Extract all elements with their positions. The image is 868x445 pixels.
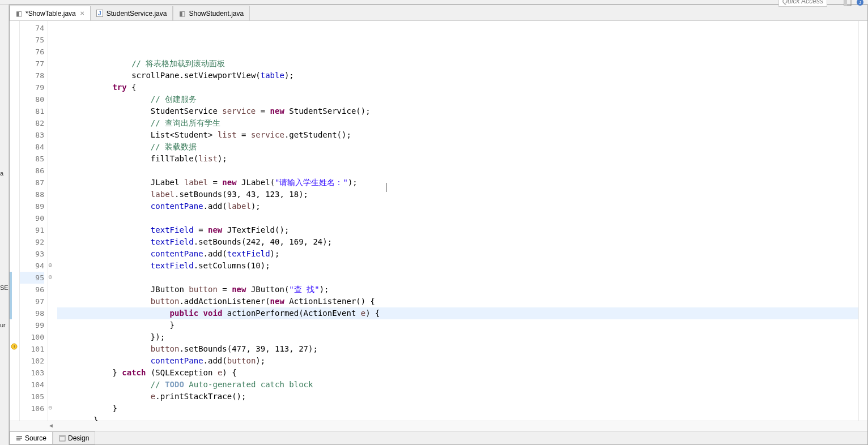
close-icon[interactable]: ✕ bbox=[80, 10, 84, 16]
form-icon bbox=[15, 10, 23, 18]
code-line[interactable]: public void actionPerformed(ActionEvent … bbox=[57, 307, 858, 319]
design-tab-icon bbox=[59, 435, 66, 442]
change-marker bbox=[10, 272, 12, 319]
code-editor-area[interactable]: ! 74757677787980818283848586878889909192… bbox=[10, 21, 867, 421]
code-line[interactable]: contentPane.add(label); bbox=[57, 200, 858, 212]
tab-label: *ShowTable.java bbox=[25, 10, 76, 18]
code-line[interactable]: button.addActionListener(new ActionListe… bbox=[57, 296, 858, 307]
code-line[interactable]: // 创建服务 bbox=[57, 93, 858, 105]
code-line[interactable]: contentPane.add(textField); bbox=[57, 248, 858, 260]
fold-toggle-icon[interactable]: ⊖ bbox=[48, 262, 53, 268]
code-line[interactable]: e.printStackTrace(); bbox=[57, 391, 858, 403]
mode-tab-label: Source bbox=[25, 434, 46, 442]
editor-tabs-bar: *ShowTable.java✕StudentService.javaShowS… bbox=[10, 5, 867, 21]
code-line[interactable]: } catch (SQLException e) { bbox=[57, 367, 858, 379]
svg-text:J: J bbox=[859, 0, 861, 5]
code-line[interactable]: contentPane.add(button); bbox=[57, 355, 858, 367]
horizontal-scrollbar[interactable]: ◄ bbox=[10, 421, 867, 431]
code-line[interactable]: } bbox=[57, 403, 858, 414]
code-line[interactable]: scrollPane.setViewportView(table); bbox=[57, 70, 858, 82]
svg-rect-1 bbox=[844, 0, 847, 6]
editor-mode-tabs: SourceDesign bbox=[10, 431, 867, 444]
mode-tab-source[interactable]: Source bbox=[10, 431, 53, 444]
code-line[interactable]: // 将表格加载到滚动面板 bbox=[57, 58, 858, 70]
form-icon bbox=[178, 10, 186, 18]
code-line[interactable] bbox=[57, 272, 858, 284]
java-icon bbox=[96, 10, 104, 18]
top-toolbar: Quick Access J bbox=[0, 0, 868, 5]
editor-tab-2[interactable]: ShowStudent.java bbox=[173, 6, 250, 20]
svg-rect-7 bbox=[16, 438, 22, 439]
overview-ruler[interactable] bbox=[858, 21, 867, 421]
code-line[interactable]: textField.setColumns(10); bbox=[57, 260, 858, 272]
editor-container: *ShowTable.java✕StudentService.javaShowS… bbox=[9, 5, 868, 445]
code-line[interactable]: JButton button = new JButton("查 找"); bbox=[57, 284, 858, 296]
fold-toggle-icon[interactable]: ⊖ bbox=[48, 405, 53, 410]
code-line[interactable]: textField = new JTextField(); bbox=[57, 224, 858, 236]
quickfix-marker-icon[interactable]: ! bbox=[11, 343, 19, 351]
tab-label: ShowStudent.java bbox=[189, 10, 244, 18]
scroll-left-icon[interactable]: ◄ bbox=[48, 422, 54, 429]
code-line[interactable] bbox=[57, 212, 858, 224]
folding-gutter[interactable]: ⊖⊖⊖ bbox=[48, 21, 55, 421]
mode-tab-label: Design bbox=[68, 434, 89, 442]
code-line[interactable]: fillTable(list); bbox=[57, 153, 858, 165]
clipped-view-a: a bbox=[0, 170, 3, 177]
code-line[interactable]: // TODO Auto-generated catch block bbox=[57, 379, 858, 391]
code-text-area[interactable]: // 将表格加载到滚动面板 scrollPane.setViewportView… bbox=[55, 21, 858, 421]
code-line[interactable]: JLabel label = new JLabel("请输入学生姓名："); bbox=[57, 177, 858, 189]
mode-tab-design[interactable]: Design bbox=[53, 431, 95, 444]
code-line[interactable]: }); bbox=[57, 331, 858, 343]
code-line[interactable]: // 装载数据 bbox=[57, 141, 858, 153]
svg-rect-10 bbox=[59, 435, 65, 437]
code-line[interactable]: List<Student> list = service.getStudent(… bbox=[57, 129, 858, 141]
tab-label: StudentService.java bbox=[107, 10, 167, 18]
code-line[interactable]: StudentService service = new StudentServ… bbox=[57, 105, 858, 117]
marker-gutter: ! bbox=[10, 21, 20, 421]
left-view-gutter: a SE ur bbox=[0, 5, 9, 445]
open-perspective-icon[interactable] bbox=[842, 0, 853, 8]
clipped-view-ur: ur bbox=[0, 322, 6, 328]
line-number-ruler: 7475767778798081828384858687888990919293… bbox=[20, 21, 48, 421]
quick-access-field[interactable]: Quick Access bbox=[778, 0, 827, 7]
java-perspective-icon[interactable]: J bbox=[854, 0, 866, 8]
code-line[interactable]: label.setBounds(93, 43, 123, 18); bbox=[57, 189, 858, 200]
code-line[interactable]: } bbox=[57, 319, 858, 331]
fold-toggle-icon[interactable]: ⊖ bbox=[48, 274, 53, 280]
clipped-view-se: SE bbox=[0, 284, 8, 291]
code-line[interactable]: textField.setBounds(242, 40, 169, 24); bbox=[57, 236, 858, 248]
svg-rect-8 bbox=[16, 439, 20, 440]
editor-tab-0[interactable]: *ShowTable.java✕ bbox=[10, 6, 91, 20]
source-tab-icon bbox=[16, 435, 23, 442]
svg-text:!: ! bbox=[14, 344, 15, 349]
code-line[interactable]: // 查询出所有学生 bbox=[57, 117, 858, 129]
code-line[interactable]: button.setBounds(477, 39, 113, 27); bbox=[57, 343, 858, 355]
code-line[interactable]: try { bbox=[57, 82, 858, 93]
code-line[interactable]: } bbox=[57, 414, 858, 421]
editor-tab-1[interactable]: StudentService.java bbox=[91, 6, 173, 20]
code-line[interactable] bbox=[57, 165, 858, 177]
svg-rect-6 bbox=[16, 436, 22, 437]
text-caret bbox=[386, 183, 386, 192]
